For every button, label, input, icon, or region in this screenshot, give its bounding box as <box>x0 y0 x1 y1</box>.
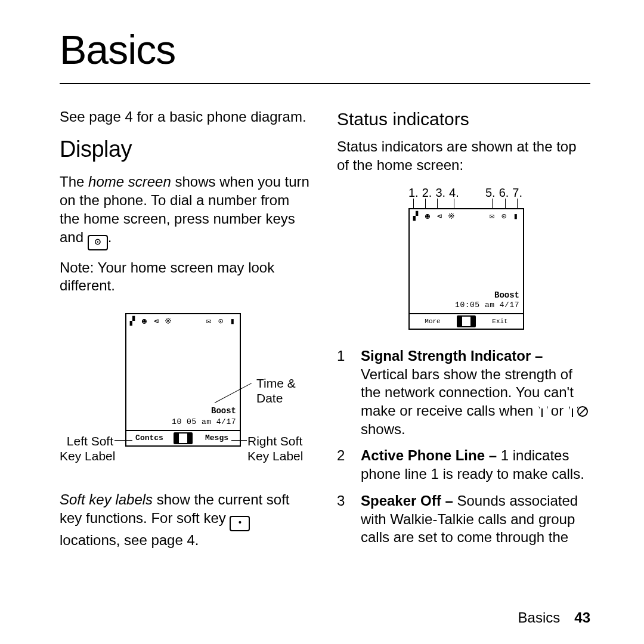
message-icon: ✉ <box>488 212 497 222</box>
dot-key-icon: • <box>230 516 250 531</box>
antenna-icon <box>537 406 547 417</box>
display-paragraph-1: The home screen shows when you turn on t… <box>60 173 313 250</box>
text: The <box>60 174 88 190</box>
speaker-icon: ⊲ <box>153 317 161 327</box>
home-screen-diagram: ▞ ☻ ⊲ ※ ✉ ⊙ ▮ Boost 10 05 am 4/17 Contcs <box>60 307 313 480</box>
carrier-label: Boost <box>494 290 519 301</box>
text: or <box>547 402 568 419</box>
footer-section: Basics <box>518 609 561 626</box>
clock-icon: ⊙ <box>217 317 225 327</box>
battery-icon: ▮ <box>229 317 237 327</box>
item-title: Active Phone Line – <box>361 447 497 463</box>
soft-key-term: Soft key labels <box>60 491 153 507</box>
chapter-title: Basics <box>60 24 590 84</box>
misc-icon: ※ <box>448 212 456 222</box>
section-display: Display <box>60 135 313 164</box>
item-number: 1 <box>337 347 361 439</box>
right-softkey-label: Mesgs <box>194 434 240 444</box>
key-num: 6. <box>499 185 509 201</box>
soft-key-bar: Contcs Mesgs <box>126 430 240 445</box>
phone-screen: ▞ ☻ ⊲ ※ ✉ ⊙ ▮ Boost 10 05 am 4/17 Contcs <box>125 313 241 447</box>
leader-line <box>114 440 132 441</box>
list-item: 1 Signal Strength Indicator – Vertical b… <box>337 347 590 439</box>
center-softkey-icon <box>457 315 476 327</box>
callout-time-date: Time & Date <box>256 376 296 405</box>
content-columns: See page 4 for a basic phone diagram. Di… <box>60 108 590 558</box>
time-date-label: 10:05 am 4/17 <box>455 301 519 311</box>
right-column: Status indicators Status indicators are … <box>337 108 590 558</box>
soft-key-bar: More Exit <box>410 313 523 329</box>
speaker-icon: ⊲ <box>436 212 444 222</box>
leader-line <box>231 440 247 441</box>
no-signal-icon <box>577 406 588 417</box>
line-icon: ☻ <box>141 317 149 327</box>
item-number: 3 <box>337 492 361 547</box>
list-item: 3 Speaker Off – Sounds associated with W… <box>337 492 590 547</box>
status-bar: ▞ ☻ ⊲ ※ ✉ ⊙ ▮ <box>126 314 240 328</box>
line-icon: ☻ <box>424 212 432 222</box>
time-date-label: 10 05 am 4/17 <box>172 417 236 428</box>
item-text: Active Phone Line – 1 indicates phone li… <box>361 447 590 483</box>
footer-page-number: 43 <box>574 609 590 626</box>
left-softkey-label: Contcs <box>126 434 172 444</box>
right-softkey-label: Exit <box>477 317 523 326</box>
left-softkey-label: More <box>410 317 456 326</box>
text: shows. <box>361 421 405 437</box>
status-indicator-diagram: 1. 2. 3. 4. 5. 6. 7. <box>337 183 590 341</box>
callout-left-soft: Left Soft Key Label <box>60 434 113 463</box>
left-column: See page 4 for a basic phone diagram. Di… <box>60 108 313 558</box>
clock-icon: ⊙ <box>500 212 509 222</box>
key-num: 5. <box>485 185 496 201</box>
status-bar: ▞ ☻ ⊲ ※ ✉ ⊙ ▮ <box>410 209 523 223</box>
carrier-label: Boost <box>211 406 236 417</box>
display-paragraph-2: Soft key labels show the current soft ke… <box>60 491 313 549</box>
message-icon: ✉ <box>205 317 213 327</box>
center-softkey-icon <box>174 432 193 444</box>
text: . <box>108 229 112 245</box>
item-title: Signal Strength Indicator – <box>361 348 543 364</box>
item-number: 2 <box>337 447 361 483</box>
misc-icon: ※ <box>165 317 173 327</box>
status-intro: Status indicators are shown at the top o… <box>337 138 590 174</box>
page-footer: Basics43 <box>518 609 590 627</box>
antenna-icon <box>568 406 577 417</box>
battery-icon: ▮ <box>512 212 521 222</box>
subsection-status-indicators: Status indicators <box>337 108 590 131</box>
ok-key-icon: ⊙ <box>88 235 108 250</box>
intro-line: See page 4 for a basic phone diagram. <box>60 108 313 126</box>
signal-icon: ▞ <box>412 212 420 222</box>
item-title: Speaker Off – <box>361 493 453 509</box>
item-text: Signal Strength Indicator – Vertical bar… <box>361 347 590 439</box>
home-screen-term: home screen <box>88 174 171 190</box>
key-num: 2. <box>422 185 432 201</box>
phone-screen: ▞ ☻ ⊲ ※ ✉ ⊙ ▮ Boost 10:05 am 4/17 More <box>408 208 524 330</box>
signal-icon: ▞ <box>129 317 137 327</box>
list-item: 2 Active Phone Line – 1 indicates phone … <box>337 447 590 483</box>
display-note: Note: Your home screen may look differen… <box>60 259 313 295</box>
callout-right-soft: Right Soft Key Label <box>247 434 303 463</box>
text: locations, see page 4. <box>60 532 199 548</box>
status-indicator-list: 1 Signal Strength Indicator – Vertical b… <box>337 347 590 547</box>
item-text: Speaker Off – Sounds associated with Wal… <box>361 492 590 547</box>
